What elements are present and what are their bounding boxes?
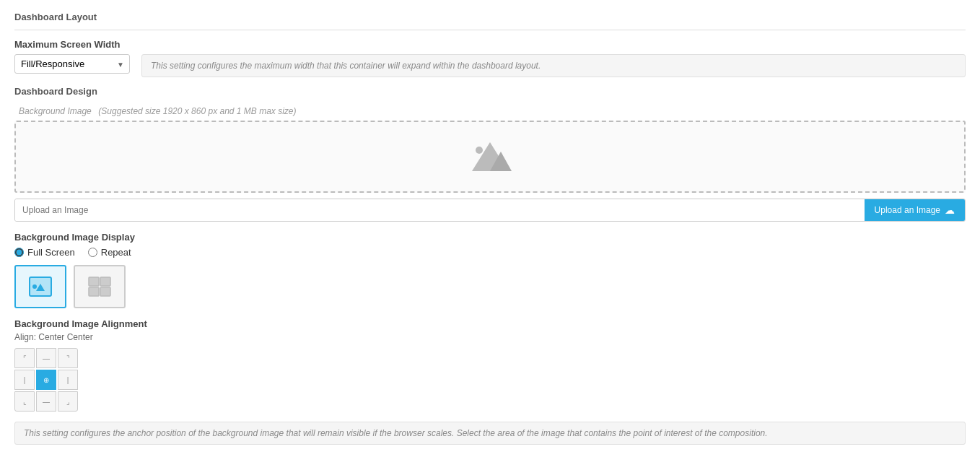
svg-rect-7	[100, 277, 110, 286]
svg-rect-6	[89, 277, 99, 286]
display-option-fullscreen[interactable]	[14, 265, 66, 308]
align-middle-right[interactable]: |	[58, 370, 78, 390]
align-bottom-left[interactable]: ⌞	[14, 391, 35, 412]
dashboard-layout-title: Dashboard Layout	[14, 12, 966, 22]
radio-full-screen[interactable]	[14, 248, 24, 257]
radio-row: Full Screen Repeat	[14, 247, 966, 258]
radio-repeat[interactable]	[88, 248, 97, 257]
image-drop-area[interactable]	[14, 121, 966, 193]
svg-point-2	[476, 147, 483, 154]
alignment-hint: This setting configures the anchor posit…	[14, 422, 966, 445]
upload-row: Upload an Image ☁	[14, 199, 966, 222]
bg-display-label: Background Image Display	[14, 232, 966, 243]
align-middle-left[interactable]: |	[14, 370, 35, 390]
bg-alignment-label: Background Image Alignment	[14, 318, 966, 329]
align-top-left[interactable]: ⌜	[14, 348, 35, 368]
display-option-repeat[interactable]	[74, 265, 126, 308]
display-options	[14, 265, 966, 308]
upload-image-input[interactable]	[15, 199, 865, 221]
align-top-right[interactable]: ⌝	[58, 348, 78, 368]
radio-repeat-label[interactable]: Repeat	[88, 247, 131, 258]
bg-image-label: Background Image (Suggested size 1920 x …	[14, 105, 966, 116]
max-screen-width-label: Maximum Screen Width	[14, 39, 966, 50]
radio-full-screen-label[interactable]: Full Screen	[14, 247, 75, 258]
max-screen-width-hint: This setting configures the maximum widt…	[141, 54, 966, 77]
max-screen-width-row: Fill/Responsive 1200px 1400px 960px ▼ Th…	[14, 54, 966, 77]
align-top-center[interactable]: —	[36, 348, 56, 368]
upload-cloud-icon: ☁	[945, 204, 955, 216]
upload-image-button[interactable]: Upload an Image ☁	[865, 199, 965, 221]
divider-1	[14, 30, 966, 30]
page-container: Dashboard Layout Maximum Screen Width Fi…	[0, 0, 980, 457]
alignment-grid: ⌜ — ⌝ | ⊕ | ⌞ — ⌟	[14, 348, 78, 412]
dashboard-design-title: Dashboard Design	[14, 86, 966, 97]
bg-display-section: Background Image Display Full Screen Rep…	[14, 232, 966, 308]
align-middle-center[interactable]: ⊕	[36, 370, 56, 390]
align-bottom-right[interactable]: ⌟	[58, 391, 78, 412]
align-bottom-center[interactable]: —	[36, 391, 56, 412]
svg-point-5	[32, 284, 37, 289]
bg-alignment-sublabel: Align: Center Center	[14, 332, 966, 342]
svg-rect-8	[89, 287, 99, 296]
alignment-section: Background Image Alignment Align: Center…	[14, 318, 966, 412]
svg-rect-9	[100, 287, 110, 296]
max-screen-width-select-wrapper: Fill/Responsive 1200px 1400px 960px ▼	[14, 54, 130, 74]
max-screen-width-select[interactable]: Fill/Responsive 1200px 1400px 960px	[14, 54, 130, 74]
mountain-icon	[468, 139, 512, 175]
